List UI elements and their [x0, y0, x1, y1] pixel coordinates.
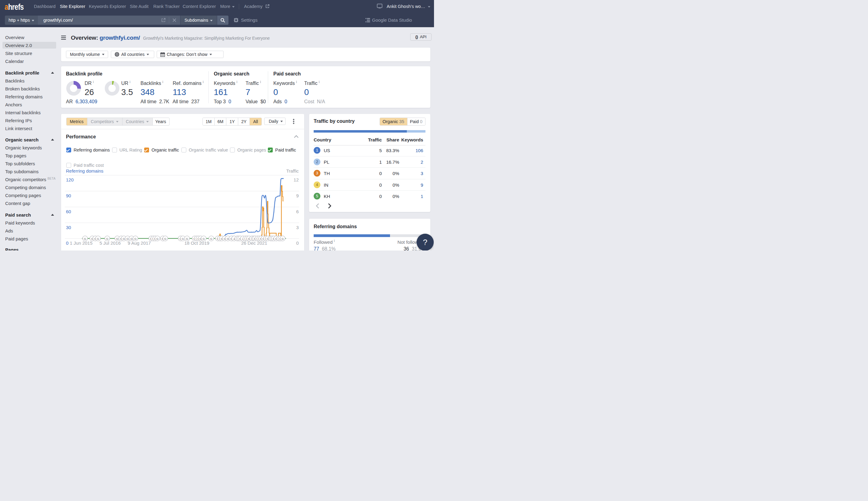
svg-text:G: G — [156, 237, 158, 241]
svg-text:G: G — [281, 237, 283, 241]
svg-text:G: G — [134, 237, 136, 241]
svg-text:G: G — [106, 237, 108, 241]
svg-text:G: G — [186, 237, 188, 241]
svg-text:G: G — [182, 237, 184, 241]
svg-text:G: G — [84, 237, 86, 241]
svg-text:G: G — [227, 237, 229, 241]
svg-text:G: G — [116, 237, 118, 241]
svg-text:G: G — [164, 237, 166, 241]
svg-text:G: G — [210, 237, 212, 241]
svg-text:G: G — [127, 237, 129, 241]
svg-text:G: G — [97, 237, 99, 241]
svg-text:G: G — [203, 237, 205, 241]
svg-text:G: G — [122, 237, 124, 241]
svg-text:G: G — [130, 237, 132, 241]
